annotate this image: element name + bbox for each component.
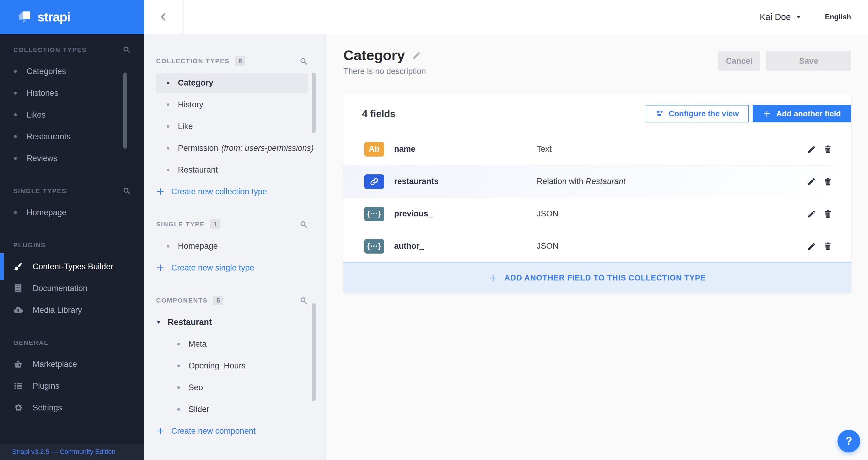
plus-icon — [156, 263, 164, 272]
bullet-icon — [14, 92, 17, 95]
add-field-footer-button[interactable]: ADD ANOTHER FIELD TO THIS COLLECTION TYP… — [343, 262, 851, 293]
content-types-panel: COLLECTION TYPES 8 Category History Like… — [144, 34, 326, 460]
json-field-icon: {···} — [364, 239, 384, 254]
search-icon[interactable] — [300, 57, 308, 65]
edit-field-pencil-icon[interactable] — [807, 177, 816, 186]
strapi-admin-app: strapi COLLECTION TYPES Categories Histo… — [0, 0, 868, 460]
sidebar-item-marketplace[interactable]: Marketplace — [0, 353, 144, 375]
plus-icon — [156, 188, 164, 196]
bullet-icon — [167, 147, 169, 150]
sidebar-item-likes[interactable]: Likes — [0, 104, 144, 126]
panel-section-components: COMPONENTS 5 — [144, 290, 325, 311]
bullet-icon — [177, 343, 180, 345]
panel-item-slider[interactable]: Slider — [144, 398, 325, 420]
fields-card: 4 fields Configure the view Add another … — [343, 94, 851, 293]
delete-field-trash-icon[interactable] — [823, 145, 832, 154]
main-content: Category There is no description Cancel … — [326, 34, 868, 460]
create-single-type-link[interactable]: Create new single type — [144, 257, 325, 279]
edit-field-pencil-icon[interactable] — [807, 242, 816, 251]
save-button[interactable]: Save — [766, 51, 851, 71]
user-name: Kai Doe — [760, 12, 791, 22]
user-menu[interactable]: Kai Doe — [760, 12, 802, 22]
topbar-right: Kai Doe English — [760, 0, 868, 34]
panel-item-meta[interactable]: Meta — [144, 333, 325, 355]
back-button[interactable] — [144, 0, 184, 34]
field-type: JSON — [537, 209, 558, 219]
cancel-button[interactable]: Cancel — [718, 51, 760, 71]
panel-item-seo[interactable]: Seo — [144, 377, 325, 398]
sidebar-item-documentation[interactable]: Documentation — [0, 278, 144, 299]
bullet-icon — [14, 157, 17, 160]
panel-scrollbar[interactable] — [312, 73, 316, 133]
caret-down-icon — [156, 320, 161, 324]
count-badge: 5 — [213, 295, 223, 305]
field-name: author_ — [394, 241, 537, 251]
delete-field-trash-icon[interactable] — [823, 177, 832, 186]
bullet-icon — [14, 135, 17, 138]
page-description: There is no description — [343, 67, 426, 76]
count-badge: 1 — [210, 220, 220, 229]
nav-section-single-types: SINGLE TYPES — [0, 180, 144, 202]
edit-field-pencil-icon[interactable] — [807, 209, 816, 219]
bullet-icon — [167, 169, 169, 171]
logo-text: strapi — [37, 10, 70, 25]
create-component-link[interactable]: Create new component — [144, 420, 325, 442]
sidebar-item-content-types-builder[interactable]: Content-Types Builder — [0, 256, 144, 278]
help-button[interactable]: ? — [837, 430, 860, 453]
panel-item-history[interactable]: History — [144, 94, 325, 115]
strapi-logo-icon — [18, 10, 31, 24]
bullet-icon — [167, 103, 169, 106]
language-selector[interactable]: English — [825, 13, 851, 21]
nav-section-general: GENERAL — [0, 332, 144, 353]
panel-item-restaurant[interactable]: Restaurant — [144, 159, 325, 181]
search-icon[interactable] — [300, 220, 308, 229]
fields-count: 4 fields — [362, 108, 395, 119]
sidebar-item-reviews[interactable]: Reviews — [0, 147, 144, 169]
configure-view-button[interactable]: Configure the view — [646, 105, 749, 122]
logo-bar[interactable]: strapi — [0, 0, 144, 34]
gear-icon — [12, 403, 24, 413]
field-row-previous[interactable]: {···} previous_ JSON — [343, 198, 851, 230]
component-group-restaurant[interactable]: Restaurant — [144, 311, 325, 333]
json-field-icon: {···} — [364, 207, 384, 221]
sidebar-item-homepage[interactable]: Homepage — [0, 202, 144, 223]
sidebar-item-categories[interactable]: Categories — [0, 60, 144, 82]
sidebar-item-histories[interactable]: Histories — [0, 82, 144, 104]
sidebar-item-media-library[interactable]: Media Library — [0, 299, 144, 321]
field-type: Text — [537, 144, 552, 154]
sidebar-item-settings[interactable]: Settings — [0, 397, 144, 419]
list-icon — [12, 381, 24, 391]
search-icon[interactable] — [123, 46, 131, 54]
panel-item-like[interactable]: Like — [144, 115, 325, 137]
main-nav: COLLECTION TYPES Categories Histories Li… — [0, 34, 144, 419]
sidebar-scrollbar[interactable] — [123, 73, 127, 149]
field-row-name[interactable]: Ab name Text — [343, 133, 851, 165]
panel-item-permission[interactable]: Permission(from: users-permissions) — [144, 137, 325, 159]
panel-item-category[interactable]: Category — [144, 72, 325, 94]
panel-item-homepage[interactable]: Homepage — [144, 235, 325, 257]
create-collection-type-link[interactable]: Create new collection type — [144, 181, 325, 202]
bullet-icon — [14, 211, 17, 214]
delete-field-trash-icon[interactable] — [823, 242, 832, 251]
panel-item-opening-hours[interactable]: Opening_Hours — [144, 355, 325, 377]
sidebar-item-plugins[interactable]: Plugins — [0, 375, 144, 397]
field-type: Relation with Restaurant — [537, 177, 625, 186]
edit-field-pencil-icon[interactable] — [807, 145, 816, 154]
search-icon[interactable] — [300, 296, 308, 305]
relation-field-icon — [364, 174, 384, 189]
sidebar-footer: Strapi v3.2.5 — Community Edition — [0, 444, 144, 460]
add-another-field-button[interactable]: Add another field — [753, 105, 851, 122]
main-sidebar: strapi COLLECTION TYPES Categories Histo… — [0, 0, 144, 460]
panel-scrollbar[interactable] — [312, 303, 316, 401]
sidebar-item-restaurants[interactable]: Restaurants — [0, 126, 144, 147]
field-row-author[interactable]: {···} author_ JSON — [343, 230, 851, 262]
edit-title-pencil-icon[interactable] — [412, 51, 421, 60]
field-row-restaurants[interactable]: restaurants Relation with Restaurant — [343, 165, 851, 198]
search-icon[interactable] — [123, 187, 131, 195]
fields-card-header: 4 fields Configure the view Add another … — [343, 94, 851, 133]
strapi-version-link[interactable]: Strapi v3.2.5 — Community Edition — [12, 448, 115, 456]
delete-field-trash-icon[interactable] — [823, 209, 832, 219]
page-title: Category — [343, 47, 405, 63]
plus-icon — [763, 110, 771, 118]
bullet-icon — [177, 365, 180, 367]
